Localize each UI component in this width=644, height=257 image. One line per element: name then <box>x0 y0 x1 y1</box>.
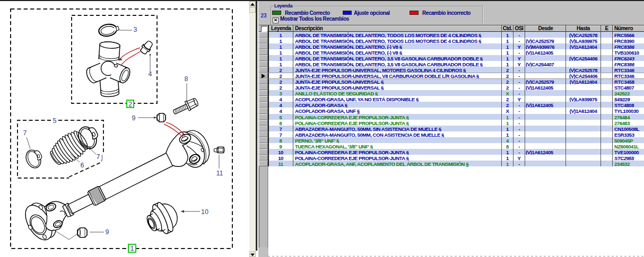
svg-text:7: 7 <box>97 153 100 161</box>
svg-text:4: 4 <box>149 70 152 78</box>
svg-text:2: 2 <box>128 101 132 108</box>
svg-text:3: 3 <box>134 26 137 33</box>
svg-text:5: 5 <box>53 117 57 125</box>
svg-text:10: 10 <box>201 208 208 216</box>
svg-text:11: 11 <box>216 170 223 177</box>
svg-text:7: 7 <box>23 129 27 137</box>
svg-text:8: 8 <box>185 75 188 83</box>
svg-text:1: 1 <box>130 245 134 252</box>
svg-text:9: 9 <box>106 228 109 236</box>
svg-text:9: 9 <box>132 114 136 122</box>
svg-text:6: 6 <box>81 162 84 169</box>
